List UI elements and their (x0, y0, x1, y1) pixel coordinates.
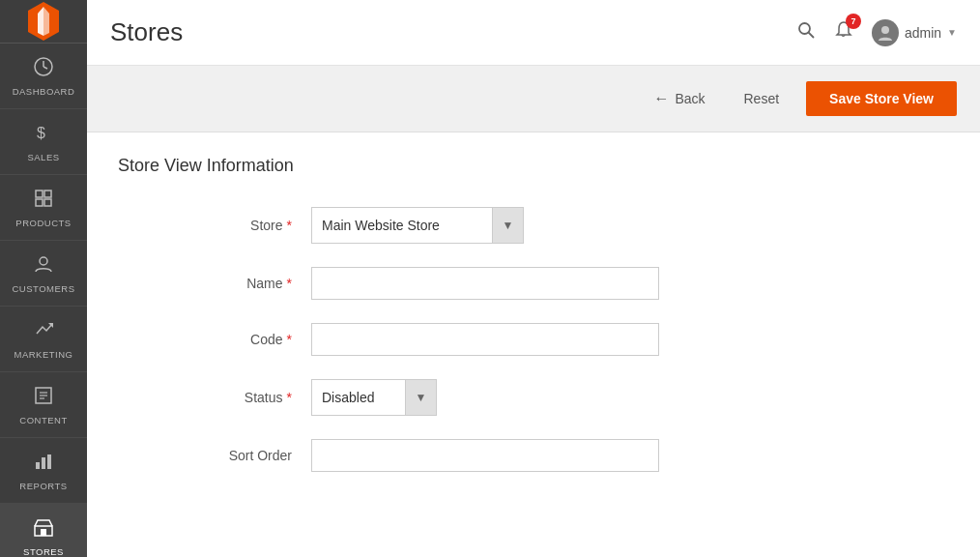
notification-count: 7 (846, 14, 861, 29)
section-title: Store View Information (118, 156, 949, 184)
dashboard-icon (33, 56, 54, 82)
products-icon (33, 188, 54, 214)
sidebar-item-products[interactable]: PRODUCTS (0, 175, 87, 241)
action-bar: ← Back Reset Save Store View (87, 66, 980, 132)
sort-order-field-row: Sort Order (118, 439, 891, 472)
store-view-form: Store* Main Website Store ▼ Name* (118, 207, 891, 472)
search-button[interactable] (796, 20, 816, 44)
code-field-row: Code* (118, 323, 891, 356)
svg-rect-17 (47, 454, 51, 469)
store-select[interactable]: Main Website Store (312, 210, 492, 241)
svg-point-20 (799, 23, 810, 34)
reports-icon (33, 451, 54, 477)
reset-button[interactable]: Reset (733, 83, 792, 114)
sidebar-item-label: DASHBOARD (13, 86, 75, 97)
page-content: Store View Information Store* Main Websi… (87, 132, 980, 557)
sidebar-item-label: CONTENT (19, 415, 67, 425)
save-store-view-button[interactable]: Save Store View (806, 81, 957, 116)
store-select-arrow[interactable]: ▼ (492, 208, 523, 243)
chevron-down-icon: ▼ (947, 27, 957, 38)
required-indicator: * (287, 332, 292, 347)
sidebar-logo (0, 0, 87, 44)
back-arrow-icon: ← (653, 90, 669, 107)
svg-rect-15 (36, 462, 40, 469)
sidebar-item-sales[interactable]: $ SALES (0, 109, 87, 175)
svg-rect-7 (36, 199, 43, 206)
top-header: Stores 7 admin ▼ (87, 0, 980, 66)
svg-text:$: $ (37, 125, 45, 141)
store-field-row: Store* Main Website Store ▼ (118, 207, 891, 244)
sidebar-item-marketing[interactable]: MARKETING (0, 307, 87, 372)
svg-rect-5 (36, 191, 43, 197)
main-content: Stores 7 admin ▼ ← Back Reset Save St (87, 0, 980, 557)
admin-label: admin (905, 25, 941, 41)
page-title: Stores (110, 17, 183, 47)
required-indicator: * (287, 276, 292, 291)
sales-icon: $ (33, 122, 54, 148)
sidebar: DASHBOARD $ SALES PRODUCTS CUSTOMERS MAR… (0, 0, 87, 557)
status-select[interactable]: Disabled Enabled (312, 382, 405, 413)
svg-point-9 (40, 257, 47, 265)
status-select-wrapper: Disabled Enabled ▼ (311, 379, 437, 416)
header-actions: 7 admin ▼ (796, 19, 957, 46)
sort-order-label: Sort Order (118, 448, 311, 463)
notifications-button[interactable]: 7 (833, 19, 854, 45)
sidebar-item-stores[interactable]: STORES (0, 504, 87, 557)
status-field-row: Status* Disabled Enabled ▼ (118, 379, 891, 416)
svg-line-21 (808, 33, 814, 39)
customers-icon (33, 253, 54, 279)
store-label: Store* (118, 218, 311, 233)
code-input[interactable] (311, 323, 659, 356)
svg-rect-8 (44, 199, 51, 206)
magento-logo-icon (22, 0, 65, 43)
sidebar-item-customers[interactable]: CUSTOMERS (0, 241, 87, 307)
svg-rect-19 (41, 529, 46, 536)
svg-rect-6 (44, 191, 51, 197)
name-field-row: Name* (118, 267, 891, 300)
back-button[interactable]: ← Back (642, 82, 716, 115)
sidebar-item-label: REPORTS (19, 481, 67, 491)
sidebar-item-reports[interactable]: REPORTS (0, 438, 87, 504)
marketing-icon (33, 319, 54, 345)
sidebar-item-dashboard[interactable]: DASHBOARD (0, 44, 87, 109)
status-label: Status* (118, 390, 311, 405)
required-indicator: * (287, 390, 292, 405)
svg-rect-16 (42, 457, 45, 469)
name-input[interactable] (311, 267, 659, 300)
sidebar-item-label: CUSTOMERS (12, 283, 74, 294)
status-select-arrow[interactable]: ▼ (405, 380, 436, 415)
required-indicator: * (287, 218, 292, 233)
admin-menu[interactable]: admin ▼ (872, 19, 957, 46)
sort-order-input[interactable] (311, 439, 659, 472)
svg-point-22 (881, 26, 889, 34)
sidebar-item-content[interactable]: CONTENT (0, 372, 87, 438)
stores-icon (33, 516, 54, 542)
avatar (872, 19, 899, 46)
name-label: Name* (118, 276, 311, 291)
sidebar-item-label: STORES (23, 546, 64, 557)
store-select-wrapper: Main Website Store ▼ (311, 207, 524, 244)
code-label: Code* (118, 332, 311, 347)
sidebar-item-label: PRODUCTS (15, 218, 71, 228)
sidebar-item-label: SALES (27, 152, 59, 162)
content-icon (33, 385, 54, 411)
sidebar-item-label: MARKETING (14, 349, 73, 360)
